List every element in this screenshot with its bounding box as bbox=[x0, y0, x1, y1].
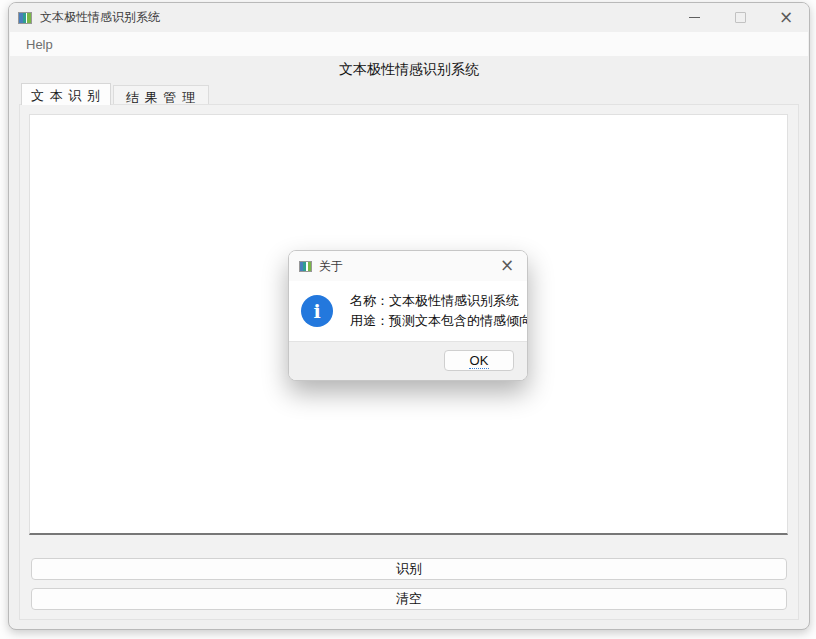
minimize-button[interactable] bbox=[671, 3, 717, 32]
dialog-close-button[interactable] bbox=[491, 251, 523, 281]
close-icon bbox=[779, 9, 793, 27]
dialog-body: 名称：文本极性情感识别系统 用途：预测文本包含的情感倾向 bbox=[289, 281, 527, 341]
dialog-line-name: 名称：文本极性情感识别系统 bbox=[350, 291, 528, 311]
info-icon bbox=[301, 295, 333, 327]
tab-result-management[interactable]: 结 果 管 理 bbox=[113, 85, 209, 105]
app-icon bbox=[18, 12, 32, 24]
recognize-button[interactable]: 识别 bbox=[31, 558, 787, 580]
dialog-line-purpose: 用途：预测文本包含的情感倾向 bbox=[350, 311, 528, 331]
tab-text-recognition[interactable]: 文 本 识 别 bbox=[21, 83, 111, 105]
dialog-title-bar: 关于 bbox=[289, 251, 527, 281]
close-icon bbox=[500, 257, 514, 275]
maximize-icon bbox=[735, 12, 746, 23]
maximize-button[interactable] bbox=[717, 3, 763, 32]
desktop-background: 文本极性情感识别系统 Help 文本极性情感识别系统 文 本 识 别 结 果 管… bbox=[0, 0, 816, 639]
close-button[interactable] bbox=[763, 3, 809, 32]
menu-help[interactable]: Help bbox=[22, 37, 57, 52]
dialog-footer: OK bbox=[289, 341, 527, 381]
page-title: 文本极性情感识别系统 bbox=[9, 61, 809, 79]
dialog-title: 关于 bbox=[319, 258, 343, 275]
window-title: 文本极性情感识别系统 bbox=[40, 9, 160, 26]
dialog-app-icon bbox=[299, 261, 312, 272]
window-controls bbox=[671, 3, 809, 32]
clear-button[interactable]: 清空 bbox=[31, 588, 787, 610]
ok-button[interactable]: OK bbox=[444, 350, 514, 371]
about-dialog: 关于 名称：文本极性情感识别系统 用途：预测文本包含的情感倾向 OK bbox=[288, 250, 528, 381]
minimize-icon bbox=[689, 17, 700, 18]
menu-bar: Help bbox=[10, 32, 808, 56]
dialog-message: 名称：文本极性情感识别系统 用途：预测文本包含的情感倾向 bbox=[350, 291, 528, 331]
title-bar: 文本极性情感识别系统 bbox=[9, 3, 809, 32]
